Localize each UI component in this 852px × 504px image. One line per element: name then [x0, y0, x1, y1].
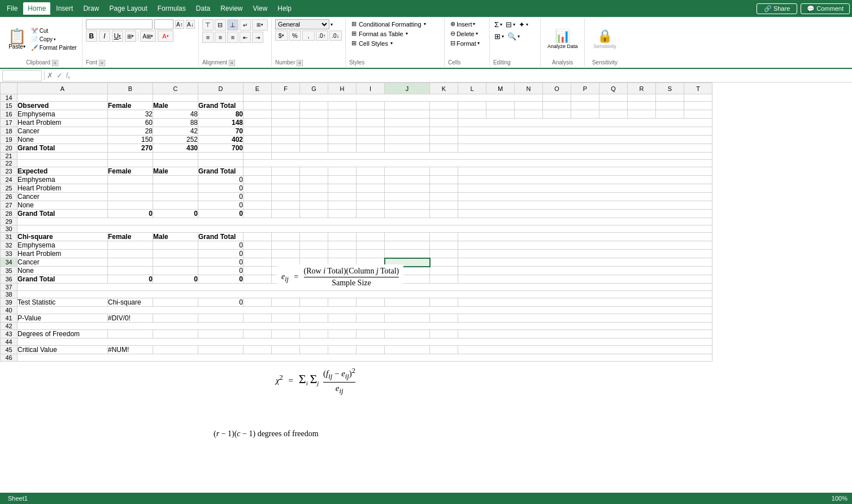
cell-l23-t23[interactable]: [458, 167, 712, 176]
cell-d28[interactable]: 0: [198, 210, 244, 218]
cell-j18[interactable]: [385, 127, 430, 136]
cell-a36[interactable]: Grand Total: [18, 275, 108, 284]
currency-button[interactable]: $▾: [275, 31, 288, 41]
cell-c24[interactable]: [153, 176, 198, 184]
cell-e27[interactable]: [244, 201, 272, 210]
cell-b33[interactable]: [108, 250, 153, 258]
cell-q15[interactable]: [599, 102, 628, 110]
col-header-c[interactable]: C: [153, 83, 198, 94]
cell-h20[interactable]: [328, 144, 357, 153]
cell-g34[interactable]: [300, 258, 328, 267]
col-header-f[interactable]: F: [272, 83, 300, 94]
cell-i32[interactable]: [357, 241, 385, 250]
cell-b43[interactable]: [108, 330, 153, 338]
row-header-19[interactable]: 19: [1, 136, 18, 144]
cell-l34-t34[interactable]: [458, 258, 712, 267]
cell-a28[interactable]: Grand Total: [18, 210, 108, 218]
align-right-button[interactable]: ≡: [227, 32, 238, 43]
cell-a19[interactable]: None: [18, 136, 108, 144]
bold-button[interactable]: B: [86, 31, 97, 42]
cell-h19[interactable]: [328, 136, 357, 144]
cell-f36[interactable]: [272, 275, 300, 284]
cell-j15[interactable]: [385, 102, 430, 110]
cell-k31[interactable]: [430, 233, 458, 241]
decrease-decimal-button[interactable]: .0↓: [329, 31, 342, 41]
menu-page-layout[interactable]: Page Layout: [105, 2, 151, 15]
align-center-button[interactable]: ≡: [215, 32, 226, 43]
menu-formulas[interactable]: Formulas: [153, 2, 190, 15]
cell-k16[interactable]: [430, 110, 458, 119]
cell-j34-selected[interactable]: [385, 258, 430, 267]
cell-g26[interactable]: [300, 193, 328, 201]
cell-t16[interactable]: [684, 110, 712, 119]
cell-f15[interactable]: [272, 102, 300, 110]
col-header-p[interactable]: P: [571, 83, 599, 94]
col-header-l[interactable]: L: [458, 83, 486, 94]
row-header-22[interactable]: 22: [1, 160, 18, 167]
cell-b24[interactable]: [108, 176, 153, 184]
cell-g18[interactable]: [300, 127, 328, 136]
fill-color-button[interactable]: A⊞▾: [140, 31, 156, 42]
decrease-font-button[interactable]: A↓: [186, 20, 195, 29]
cell-t14[interactable]: [684, 94, 712, 102]
cell-g23[interactable]: [300, 167, 328, 176]
cell-styles-button[interactable]: ⊞ Cell Styles ▾: [349, 38, 441, 48]
confirm-formula-icon[interactable]: ✓: [56, 71, 63, 80]
cell-f28[interactable]: [272, 210, 300, 218]
cell-p14[interactable]: [571, 94, 599, 102]
cell-k17[interactable]: [430, 119, 458, 127]
fill-button[interactable]: ⊟ ▾: [505, 19, 516, 30]
cell-o15[interactable]: [543, 102, 571, 110]
row-header-45[interactable]: 45: [1, 346, 18, 354]
cell-l24-t24[interactable]: [458, 176, 712, 184]
cell-d20[interactable]: 700: [198, 144, 244, 153]
cell-h45[interactable]: [328, 346, 357, 354]
cell-k43[interactable]: [430, 330, 458, 338]
cell-h43[interactable]: [328, 330, 357, 338]
cell-e21[interactable]: [244, 153, 272, 160]
cell-j24[interactable]: [385, 176, 430, 184]
cell-l36-t36[interactable]: [458, 275, 712, 284]
cell-e26[interactable]: [244, 193, 272, 201]
cell-j39[interactable]: [385, 298, 430, 307]
format-as-table-button[interactable]: ⊞ Format as Table ▾: [349, 29, 441, 38]
row-header-35[interactable]: 35: [1, 267, 18, 275]
row-header-14[interactable]: 14: [1, 94, 18, 102]
cell-k26[interactable]: [430, 193, 458, 201]
cell-q16[interactable]: [599, 110, 628, 119]
row-header-15[interactable]: 15: [1, 102, 18, 110]
cell-b39[interactable]: Chi-square: [108, 298, 153, 307]
cell-l28-t28[interactable]: [458, 210, 712, 218]
row-header-33[interactable]: 33: [1, 250, 18, 258]
delete-cells-button[interactable]: ⊖ Delete ▾: [448, 29, 486, 38]
cell-g41[interactable]: [300, 314, 328, 323]
cell-h16[interactable]: [328, 110, 357, 119]
cell-n15[interactable]: [515, 102, 543, 110]
cell-l35-t35[interactable]: [458, 267, 712, 275]
col-header-h[interactable]: H: [328, 83, 357, 94]
cell-h26[interactable]: [328, 193, 357, 201]
col-header-j[interactable]: J: [385, 83, 430, 94]
cell-h25[interactable]: [328, 184, 357, 193]
cell-a20[interactable]: Grand Total: [18, 144, 108, 153]
row-header-42[interactable]: 42: [1, 323, 18, 330]
cell-c23[interactable]: Male: [153, 167, 198, 176]
row-header-28[interactable]: 28: [1, 210, 18, 218]
cell-h32[interactable]: [328, 241, 357, 250]
cell-f31[interactable]: [272, 233, 300, 241]
cell-c43[interactable]: [153, 330, 198, 338]
cell-k32[interactable]: [430, 241, 458, 250]
cell-l45-t45[interactable]: [458, 346, 712, 354]
cell-f45[interactable]: [272, 346, 300, 354]
cell-c21[interactable]: [153, 153, 198, 160]
cell-l39-t39[interactable]: [458, 298, 712, 307]
row-header-18[interactable]: 18: [1, 127, 18, 136]
cell-a34[interactable]: Cancer: [18, 258, 108, 267]
cut-button[interactable]: ✂️ Cut: [29, 27, 79, 34]
cell-b27[interactable]: [108, 201, 153, 210]
cell-d34[interactable]: 0: [198, 258, 244, 267]
row-header-29[interactable]: 29: [1, 218, 18, 225]
cell-k25[interactable]: [430, 184, 458, 193]
cell-a41[interactable]: P-Value: [18, 314, 108, 323]
menu-file[interactable]: File: [2, 2, 22, 15]
